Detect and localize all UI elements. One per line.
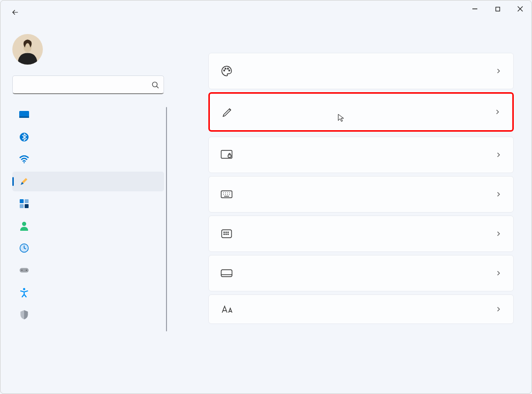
svg-point-18 xyxy=(21,270,22,271)
person-icon xyxy=(19,221,29,231)
svg-rect-1 xyxy=(496,7,499,11)
svg-rect-17 xyxy=(20,268,29,272)
svg-point-10 xyxy=(24,162,25,163)
search-input[interactable] xyxy=(19,80,151,89)
svg-rect-12 xyxy=(25,199,29,203)
chevron-right-icon xyxy=(495,269,502,277)
cursor-icon xyxy=(337,113,346,122)
sidebar-item-personalization[interactable] xyxy=(12,172,164,191)
keyboard-icon xyxy=(220,190,233,199)
card-text-input[interactable] xyxy=(208,176,514,213)
sidebar-item-privacy[interactable] xyxy=(12,305,164,324)
svg-rect-13 xyxy=(20,204,24,208)
maximize-button[interactable] xyxy=(486,0,509,17)
svg-rect-27 xyxy=(221,191,232,198)
svg-point-40 xyxy=(228,232,229,233)
apps-icon xyxy=(19,199,29,209)
svg-point-43 xyxy=(228,234,229,235)
clock-globe-icon xyxy=(19,243,29,253)
paintbrush-icon xyxy=(19,177,29,186)
taskbar-icon xyxy=(220,269,233,278)
wifi-icon xyxy=(19,154,29,164)
card-fonts[interactable] xyxy=(208,294,514,324)
maximize-icon xyxy=(495,6,500,12)
svg-point-23 xyxy=(228,68,229,69)
window-controls xyxy=(464,0,532,17)
lock-screen-icon xyxy=(220,149,233,160)
fonts-icon xyxy=(220,304,233,315)
close-icon xyxy=(517,6,523,12)
sidebar-item-time-language[interactable] xyxy=(12,238,164,258)
close-button[interactable] xyxy=(509,0,532,17)
back-button[interactable] xyxy=(6,3,24,21)
svg-point-41 xyxy=(224,234,225,235)
gamepad-icon xyxy=(19,265,29,275)
sidebar-item-network[interactable] xyxy=(12,149,164,169)
sidebar-item-apps[interactable] xyxy=(12,194,164,214)
chevron-right-icon xyxy=(495,230,502,238)
svg-rect-14 xyxy=(25,204,29,208)
nav xyxy=(12,105,168,324)
svg-point-42 xyxy=(226,234,227,235)
svg-point-15 xyxy=(22,222,26,226)
sidebar-item-gaming[interactable] xyxy=(12,260,164,280)
chevron-right-icon xyxy=(495,190,502,198)
chevron-right-icon xyxy=(494,108,501,116)
svg-point-20 xyxy=(23,288,25,290)
svg-point-38 xyxy=(224,232,225,233)
pen-icon xyxy=(221,106,234,118)
account-block[interactable] xyxy=(12,34,168,65)
chevron-right-icon xyxy=(495,151,502,159)
arrow-left-icon xyxy=(11,8,20,17)
minimize-button[interactable] xyxy=(464,0,486,17)
scrollbar[interactable] xyxy=(166,107,167,331)
sidebar xyxy=(0,24,173,394)
svg-point-39 xyxy=(226,232,227,233)
shield-icon xyxy=(19,310,29,320)
svg-rect-8 xyxy=(19,116,29,118)
card-taskbar[interactable] xyxy=(208,255,514,291)
chevron-right-icon xyxy=(495,67,502,75)
svg-point-22 xyxy=(225,68,226,69)
accessibility-icon xyxy=(19,287,29,297)
avatar-image-icon xyxy=(13,36,42,65)
svg-point-5 xyxy=(152,82,157,87)
svg-rect-44 xyxy=(221,270,232,277)
card-colors[interactable] xyxy=(208,53,514,89)
svg-point-19 xyxy=(26,270,27,271)
main-content xyxy=(173,24,532,394)
search-box[interactable] xyxy=(12,75,164,94)
svg-line-6 xyxy=(157,86,159,88)
sidebar-item-accessibility[interactable] xyxy=(12,283,164,302)
svg-rect-26 xyxy=(228,155,231,157)
svg-point-24 xyxy=(229,70,230,71)
card-start[interactable] xyxy=(208,215,514,252)
card-lock-screen[interactable] xyxy=(208,137,514,173)
palette-icon xyxy=(220,65,233,77)
chevron-right-icon xyxy=(495,305,502,313)
sidebar-item-bluetooth[interactable] xyxy=(12,127,164,147)
svg-point-21 xyxy=(224,70,225,71)
bluetooth-icon xyxy=(19,132,29,142)
search-icon xyxy=(151,80,160,89)
minimize-icon xyxy=(472,6,478,12)
start-icon xyxy=(220,229,233,239)
account-email xyxy=(52,45,140,53)
settings-window xyxy=(0,0,532,394)
system-icon xyxy=(19,110,29,120)
svg-rect-11 xyxy=(20,199,24,203)
sidebar-item-accounts[interactable] xyxy=(12,216,164,236)
avatar xyxy=(12,34,43,65)
sidebar-item-system[interactable] xyxy=(12,105,164,125)
titlebar xyxy=(0,0,532,24)
card-themes[interactable] xyxy=(208,92,514,132)
